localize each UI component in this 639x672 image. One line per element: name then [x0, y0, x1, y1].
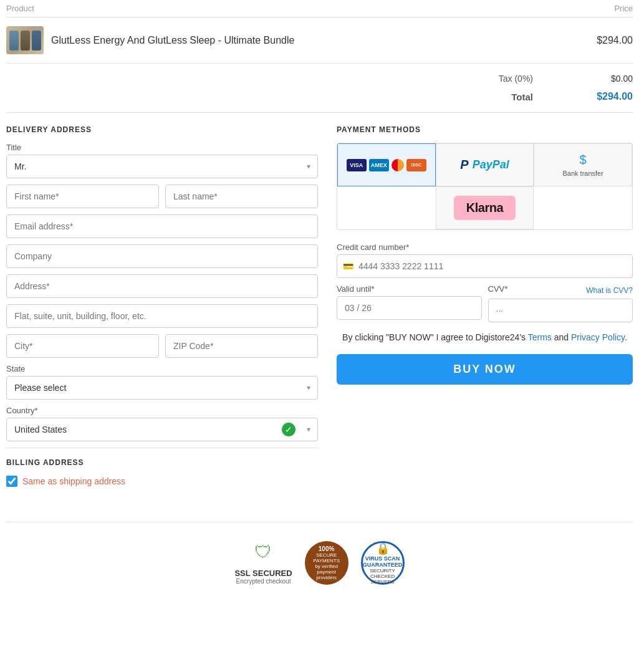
virus-title2: GUARANTEED	[363, 562, 403, 568]
cvv-input[interactable]	[488, 299, 633, 322]
delivery-section-title: DELIVERY ADDRESS	[6, 125, 318, 134]
paypal-payment-option[interactable]: P PayPal	[436, 143, 534, 186]
state-label: State	[6, 364, 318, 373]
virus-title: VIRUS SCAN	[363, 555, 403, 562]
secure-title: 100%	[309, 545, 345, 552]
tax-value: $0.00	[583, 74, 633, 84]
product-row: GlutLess Energy And GlutLess Sleep - Ult…	[6, 17, 633, 64]
product-name: GlutLess Energy And GlutLess Sleep - Ult…	[51, 35, 294, 46]
last-name-input[interactable]	[165, 185, 318, 208]
cc-number-label: Credit card number*	[337, 242, 633, 252]
klarna-payment-option[interactable]: Klarna	[436, 186, 534, 229]
mastercard-icon	[392, 159, 404, 171]
amex-icon: AMEX	[369, 159, 389, 171]
first-name-input[interactable]	[6, 185, 159, 208]
valid-until-label: Valid until*	[337, 284, 482, 294]
bank-transfer-icon: $	[580, 153, 587, 167]
secure-sub2: by verified	[309, 564, 345, 569]
virus-sub: SECURITY CHECKED SERVERS	[363, 568, 403, 585]
email-input[interactable]	[6, 214, 318, 238]
buy-now-button[interactable]: BUY NOW	[337, 354, 633, 385]
same-as-shipping-checkbox[interactable]	[6, 476, 17, 487]
footer-badges: 🛡 SSL SECURED Encrypted checkout 100% SE…	[6, 522, 633, 597]
billing-section-title: BILLING ADDRESS	[6, 458, 318, 467]
city-input[interactable]	[6, 334, 159, 358]
product-col-header: Product	[6, 4, 34, 13]
tax-label: Tax (0%)	[499, 74, 533, 84]
bank-transfer-label: Bank transfer	[562, 170, 603, 177]
country-select[interactable]: United States CanadaUnited Kingdom Austr…	[6, 418, 318, 441]
total-label: Total	[511, 92, 533, 102]
secure-payments-badge: 100% SECURE PAYMENTS by verified payment…	[305, 541, 348, 585]
discover-icon: DISC	[406, 159, 426, 171]
valid-until-input[interactable]	[337, 296, 482, 320]
country-label: Country*	[6, 406, 318, 415]
product-image	[6, 26, 44, 54]
paypal-p-icon: P	[460, 158, 468, 172]
total-value: $294.00	[583, 91, 633, 102]
state-select[interactable]: Please select AlabamaAlaskaArizona Calif…	[6, 376, 318, 400]
ssl-sub: Encrypted checkout	[234, 578, 292, 585]
visa-icon: VISA	[347, 159, 367, 171]
cc-number-input[interactable]	[337, 254, 633, 278]
payment-methods-grid: VISA AMEX DISC P PayPal $ Bank	[337, 143, 633, 230]
secure-sub: SECURE PAYMENTS	[309, 552, 345, 564]
delivery-address-section: DELIVERY ADDRESS Title Mr. Mrs. Ms. Dr. …	[6, 125, 318, 497]
secure-sub3: payment providers	[309, 569, 345, 580]
product-price: $294.00	[597, 35, 633, 46]
ssl-shield-icon: 🛡	[254, 542, 272, 562]
card-payment-option[interactable]: VISA AMEX DISC	[337, 143, 436, 186]
agreement-text: By clicking "BUY NOW" I agree to Digisto…	[337, 331, 633, 344]
what-is-cvv-link[interactable]: What is CVV?	[586, 286, 633, 295]
payment-section-title: PAYMENT METHODS	[337, 125, 633, 134]
flat-input[interactable]	[6, 304, 318, 328]
ssl-badge: 🛡 SSL SECURED Encrypted checkout	[234, 542, 292, 585]
company-input[interactable]	[6, 244, 318, 268]
klarna-badge: Klarna	[454, 196, 516, 220]
same-as-shipping-label[interactable]: Same as shipping address	[22, 476, 125, 486]
paypal-label: PayPal	[473, 158, 509, 171]
price-col-header: Price	[614, 4, 633, 13]
terms-link[interactable]: Terms	[528, 332, 552, 342]
zip-input[interactable]	[165, 334, 318, 358]
address-input[interactable]	[6, 274, 318, 298]
payment-section: PAYMENT METHODS VISA AMEX DISC P	[337, 125, 633, 497]
order-summary: Tax (0%) $0.00 Total $294.00	[6, 64, 633, 113]
privacy-policy-link[interactable]: Privacy Policy	[571, 332, 625, 342]
ssl-title: SSL SECURED	[234, 569, 292, 578]
title-label: Title	[6, 143, 318, 152]
country-check-icon: ✓	[282, 423, 295, 436]
virus-lock-icon: 🔒	[363, 542, 403, 555]
bank-transfer-payment-option[interactable]: $ Bank transfer	[534, 143, 632, 186]
cvv-label: CVV*	[488, 284, 508, 294]
title-select[interactable]: Mr. Mrs. Ms. Dr.	[6, 155, 318, 178]
credit-card-icon: 💳	[343, 261, 353, 271]
billing-address-section: BILLING ADDRESS Same as shipping address	[6, 448, 318, 497]
virus-scan-badge: 🔒 VIRUS SCAN GUARANTEED SECURITY CHECKED…	[361, 541, 405, 585]
